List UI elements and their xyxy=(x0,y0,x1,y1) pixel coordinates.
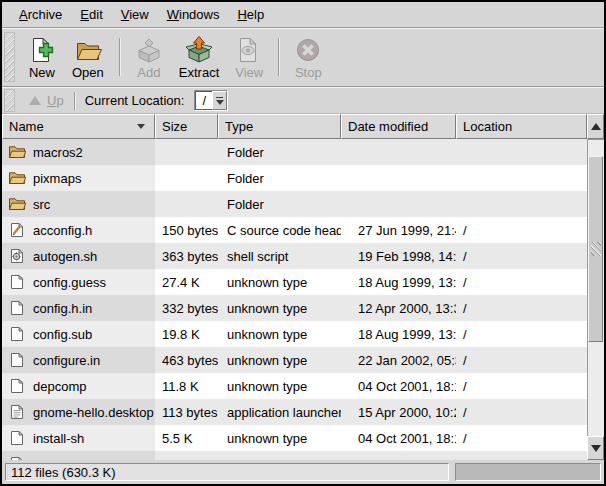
arrow-down-icon xyxy=(591,445,601,452)
column-header-date-modified[interactable]: Date modified xyxy=(341,114,456,139)
extract-button[interactable]: Extract xyxy=(171,34,227,81)
file-count-text: 112 files (630.3 K) xyxy=(11,465,116,480)
file-list-body: macros2 Folder pixmaps Folder src Folder… xyxy=(2,139,587,460)
table-row[interactable]: config.h.in 332 bytes unknown type 12 Ap… xyxy=(2,295,587,321)
table-row-partial[interactable] xyxy=(2,451,587,460)
location-cell: / xyxy=(456,405,587,420)
view-button[interactable]: View xyxy=(227,34,271,81)
table-row[interactable]: depcomp 11.8 K unknown type 04 Oct 2001,… xyxy=(2,373,587,399)
add-button[interactable]: Add xyxy=(127,34,171,81)
sort-indicator-icon[interactable] xyxy=(137,124,145,129)
file-name: pixmaps xyxy=(33,171,81,186)
date-modified-cell: 19 Feb 1998, 14:31 xyxy=(341,249,456,264)
date-modified-cell: 18 Aug 1999, 13:53 xyxy=(341,327,456,342)
chevron-down-icon xyxy=(216,100,224,105)
size-cell: 19.8 K xyxy=(155,327,218,342)
size-cell: 27.4 K xyxy=(155,275,218,290)
file-name: acconfig.h xyxy=(33,223,92,238)
table-row[interactable]: gnome-hello.desktop 113 bytes applicatio… xyxy=(2,399,587,425)
table-row[interactable]: install-sh 5.5 K unknown type 04 Oct 200… xyxy=(2,425,587,451)
type-cell: Folder xyxy=(218,171,341,186)
up-arrow-icon xyxy=(29,96,41,105)
date-modified-cell: 27 Jun 1999, 21:49 xyxy=(341,223,456,238)
name-cell: src xyxy=(2,191,155,217)
up-button[interactable]: Up xyxy=(21,91,72,110)
view-file-icon xyxy=(235,36,263,64)
location-cell: / xyxy=(456,431,587,446)
file-icon xyxy=(8,222,26,238)
column-header-location-label: Location xyxy=(463,119,512,134)
size-cell: 5.5 K xyxy=(155,431,218,446)
stop-button[interactable]: Stop xyxy=(286,34,330,81)
column-header-name[interactable]: Name xyxy=(2,114,155,139)
toolbar: New Open Add Extract View Stop xyxy=(2,28,604,87)
file-icon xyxy=(8,144,26,160)
location-combo-value[interactable]: / xyxy=(195,91,212,110)
table-row[interactable]: autogen.sh 363 bytes shell script 19 Feb… xyxy=(2,243,587,269)
menu-archive[interactable]: Archive xyxy=(10,4,71,25)
file-icon xyxy=(8,170,26,186)
menu-view[interactable]: View xyxy=(112,4,158,25)
table-row[interactable]: macros2 Folder xyxy=(2,139,587,165)
menu-windows[interactable]: Windows xyxy=(158,4,229,25)
scrollbar-thumb[interactable] xyxy=(588,156,603,342)
type-cell: unknown type xyxy=(218,431,341,446)
extract-button-label: Extract xyxy=(179,65,219,80)
location-cell: / xyxy=(456,379,587,394)
column-header-size[interactable]: Size xyxy=(155,114,218,139)
scrollbar-down-button[interactable] xyxy=(587,436,604,460)
progress-panel xyxy=(455,463,601,481)
table-row[interactable]: acconfig.h 150 bytes C source code heade… xyxy=(2,217,587,243)
name-cell: config.sub xyxy=(2,321,155,347)
name-cell: install-sh xyxy=(2,425,155,451)
file-table: Name Size Type Date modified Location xyxy=(2,114,604,460)
location-bar-drag-handle[interactable] xyxy=(4,89,15,112)
menu-edit[interactable]: Edit xyxy=(71,4,111,25)
column-header-type[interactable]: Type xyxy=(218,114,341,139)
table-row[interactable]: config.sub 19.8 K unknown type 18 Aug 19… xyxy=(2,321,587,347)
date-modified-cell: 12 Apr 2000, 13:36 xyxy=(341,301,456,316)
name-cell: config.h.in xyxy=(2,295,155,321)
file-name: config.guess xyxy=(33,275,106,290)
type-cell: application launcher xyxy=(218,405,341,420)
file-count-panel: 112 files (630.3 K) xyxy=(5,463,449,481)
toolbar-drag-handle[interactable] xyxy=(4,32,15,82)
column-header-name-label: Name xyxy=(9,119,44,134)
location-cell: / xyxy=(456,275,587,290)
location-combo-arrow-button[interactable] xyxy=(212,91,227,110)
scrollbar-track[interactable] xyxy=(587,139,604,460)
extract-icon xyxy=(185,36,213,64)
name-cell: configure.in xyxy=(2,347,155,373)
table-row[interactable]: config.guess 27.4 K unknown type 18 Aug … xyxy=(2,269,587,295)
type-cell: Folder xyxy=(218,197,341,212)
add-button-label: Add xyxy=(137,65,160,80)
file-icon xyxy=(8,300,26,316)
name-cell: pixmaps xyxy=(2,165,155,191)
type-cell: Folder xyxy=(218,145,341,160)
open-button[interactable]: Open xyxy=(64,34,112,81)
type-cell: unknown type xyxy=(218,327,341,342)
date-modified-cell: 04 Oct 2001, 18:12 xyxy=(341,431,456,446)
scrollbar-up-button[interactable] xyxy=(587,114,604,139)
new-archive-icon xyxy=(28,36,56,64)
file-name: gnome-hello.desktop xyxy=(33,405,154,420)
type-cell: shell script xyxy=(218,249,341,264)
add-files-icon xyxy=(135,36,163,64)
location-combo[interactable]: / xyxy=(194,90,228,111)
file-name: install-sh xyxy=(33,431,84,446)
file-icon xyxy=(8,430,26,446)
type-cell: unknown type xyxy=(218,301,341,316)
type-cell: C source code header xyxy=(218,223,341,238)
date-modified-cell: 04 Oct 2001, 18:12 xyxy=(341,379,456,394)
file-name: configure.in xyxy=(33,353,100,368)
column-header-location[interactable]: Location xyxy=(456,114,587,139)
table-row[interactable]: pixmaps Folder xyxy=(2,165,587,191)
name-cell xyxy=(2,451,155,460)
location-cell: / xyxy=(456,249,587,264)
name-cell: acconfig.h xyxy=(2,217,155,243)
new-button[interactable]: New xyxy=(20,34,64,81)
table-row[interactable]: configure.in 463 bytes unknown type 22 J… xyxy=(2,347,587,373)
table-row[interactable]: src Folder xyxy=(2,191,587,217)
menu-help[interactable]: Help xyxy=(228,4,273,25)
name-cell: depcomp xyxy=(2,373,155,399)
